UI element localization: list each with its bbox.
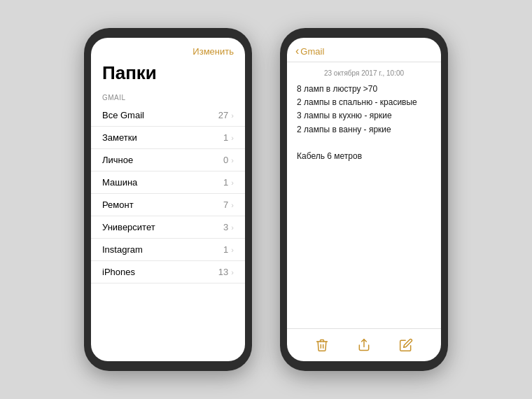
folder-item[interactable]: Instagram 1 › [91, 239, 245, 261]
folder-count-group: 13 › [218, 267, 234, 277]
note-topbar: ‹ Gmail [287, 38, 441, 62]
folder-count: 3 [223, 222, 228, 232]
folder-count-group: 1 › [223, 177, 234, 188]
folder-item[interactable]: iPhones 13 › [91, 261, 245, 284]
folder-count: 7 [223, 200, 228, 210]
folder-count-group: 3 › [223, 222, 234, 232]
note-bottombar [287, 328, 441, 361]
note-text: 8 ламп в люстру >70 2 лампы в спальню - … [297, 83, 431, 163]
phone-1: Изменить Папки GMAIL Все Gmail 27 › Заме… [84, 28, 252, 371]
share-button[interactable] [354, 335, 374, 356]
trash-button[interactable] [312, 335, 332, 356]
chevron-right-icon: › [231, 178, 234, 187]
folder-count-group: 0 › [223, 155, 234, 165]
folder-count: 1 [223, 132, 228, 143]
folders-screen: Изменить Папки GMAIL Все Gmail 27 › Заме… [91, 38, 245, 361]
folder-count: 27 [218, 110, 228, 120]
folder-count-group: 1 › [223, 244, 234, 255]
folder-count: 1 [223, 177, 228, 188]
folder-name: Все Gmail [102, 110, 144, 120]
folders-list: Все Gmail 27 › Заметки 1 › Личное 0 › Ма… [91, 104, 245, 361]
chevron-right-icon: › [231, 156, 234, 164]
phone-2-screen: ‹ Gmail 23 октября 2017 г., 10:00 8 ламп… [287, 38, 441, 361]
note-screen: ‹ Gmail 23 октября 2017 г., 10:00 8 ламп… [287, 38, 441, 361]
chevron-right-icon: › [231, 111, 234, 120]
folder-name: iPhones [102, 267, 135, 277]
note-content: 23 октября 2017 г., 10:00 8 ламп в люстр… [287, 62, 441, 328]
chevron-right-icon: › [231, 223, 234, 232]
folder-count: 0 [223, 155, 228, 165]
folder-item[interactable]: Заметки 1 › [91, 127, 245, 149]
folder-count-group: 1 › [223, 132, 234, 143]
phone-1-screen: Изменить Папки GMAIL Все Gmail 27 › Заме… [91, 38, 245, 361]
folder-name: Университет [102, 222, 155, 232]
edit-button[interactable]: Изменить [192, 46, 234, 57]
folder-item[interactable]: Университет 3 › [91, 216, 245, 239]
chevron-right-icon: › [231, 268, 234, 276]
folder-name: Машина [102, 177, 137, 188]
folder-item[interactable]: Ремонт 7 › [91, 194, 245, 216]
back-button[interactable]: ‹ Gmail [295, 45, 324, 57]
folder-count: 1 [223, 244, 228, 255]
folders-title: Папки [91, 59, 245, 90]
folder-name: Instagram [102, 244, 143, 255]
note-date: 23 октября 2017 г., 10:00 [297, 69, 431, 77]
chevron-left-icon: ‹ [295, 45, 299, 57]
folder-item[interactable]: Все Gmail 27 › [91, 104, 245, 127]
folder-item[interactable]: Машина 1 › [91, 172, 245, 194]
folder-name: Личное [102, 155, 133, 165]
folders-topbar: Изменить [91, 38, 245, 59]
folder-name: Заметки [102, 132, 137, 143]
back-label: Gmail [300, 46, 324, 57]
compose-button[interactable] [396, 335, 416, 356]
chevron-right-icon: › [231, 246, 234, 254]
chevron-right-icon: › [231, 201, 234, 209]
folder-item[interactable]: Личное 0 › [91, 149, 245, 172]
gmail-section-header: GMAIL [91, 90, 245, 104]
phone-2: ‹ Gmail 23 октября 2017 г., 10:00 8 ламп… [280, 28, 448, 371]
folder-count: 13 [218, 267, 228, 277]
folder-count-group: 27 › [218, 110, 234, 120]
folder-name: Ремонт [102, 200, 134, 210]
folder-count-group: 7 › [223, 200, 234, 210]
chevron-right-icon: › [231, 134, 234, 142]
